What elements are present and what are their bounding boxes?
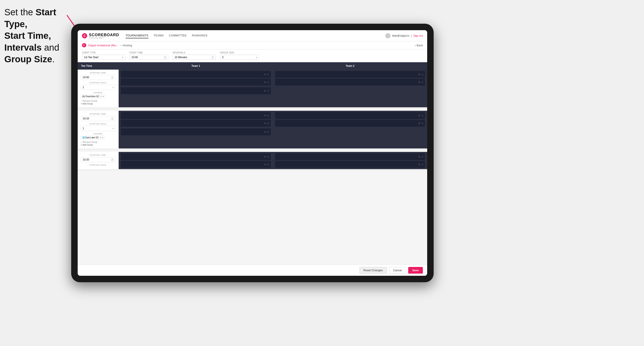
logo-icon: C	[82, 33, 87, 38]
nav-committee[interactable]: COMMITTEE	[169, 33, 187, 38]
group-size-select[interactable]: 3 ▾	[220, 55, 259, 60]
tournament-name[interactable]: Clippd Invitational (Ma...	[88, 44, 118, 47]
start-type-chevron: ▾	[122, 56, 123, 59]
group1-team2-row2-x[interactable]: ✕	[418, 81, 420, 83]
breadcrumb-separator: ›	[120, 44, 120, 47]
nav-separator: |	[411, 34, 412, 37]
group2-team2-row2-x[interactable]: ✕	[418, 122, 420, 125]
group2-team1-row1-x[interactable]: ✕	[264, 114, 266, 117]
group3-team1-row1-x[interactable]: ✕	[264, 156, 266, 158]
start-time-value: 10:00	[132, 56, 138, 59]
group2-time-input[interactable]: 10:10 🕐	[81, 116, 116, 121]
start-time-select[interactable]: 10:00 🕐	[130, 55, 168, 60]
group2-add-group[interactable]: + Add Group	[81, 144, 116, 146]
instruction-line4-bold: Group Size	[4, 54, 52, 64]
group-row-2: STARTING TIME: 10:10 🕐 STARTING HOLE: 1 …	[78, 111, 427, 150]
sub-header: C Clippd Invitational (Ma... › Hosting ‹…	[78, 41, 427, 49]
group1-hole-input[interactable]: 1 ▾	[81, 85, 116, 90]
nav-tournaments[interactable]: TOURNAMENTS	[126, 33, 148, 38]
group2-team2: ✕ ⬡ ✕ ⬡	[273, 111, 427, 149]
group1-team1-course-x[interactable]: ✕	[264, 90, 266, 92]
group1-remove-group[interactable]: ○ Remove Group	[81, 100, 116, 102]
group3-left: STARTING TIME: 10:20 🕐 STARTING HOLE:	[78, 152, 119, 169]
group2-team1-course-x[interactable]: ✕	[264, 131, 266, 133]
group1-course-remove-x[interactable]: ✕	[100, 95, 102, 98]
start-time-field: Start Time 10:00 🕐	[130, 51, 168, 60]
group1-team1-row1: ✕ ⬡	[121, 71, 271, 78]
group2-hole-input[interactable]: 1 ▾	[81, 126, 116, 131]
tablet-frame: C SCOREBOARD Powered by clipp.io TOURNAM…	[71, 24, 434, 282]
group2-team1-row2-x[interactable]: ✕	[264, 122, 266, 125]
avatar	[385, 33, 390, 38]
cancel-button[interactable]: Cancel	[389, 267, 406, 274]
user-email: blair@clippd.io	[392, 34, 409, 37]
start-type-label: Start Type	[82, 51, 125, 54]
save-button[interactable]: Save	[408, 267, 423, 274]
group1-team1: ✕ ⬡ ✕ ⬡ ✕ ⬡	[119, 70, 273, 107]
group3-team2-row1-x[interactable]: ✕	[418, 156, 420, 158]
group3-team2-row1: ✕ ⬡	[275, 153, 425, 160]
group2-course-label: COURSE:	[81, 133, 116, 135]
sign-out-link[interactable]: Sign out	[413, 34, 423, 37]
main-content: Tee Time Team 1 Team 2 STARTING TIME: 10…	[78, 62, 427, 265]
group2-left: STARTING TIME: 10:10 🕐 STARTING HOLE: 1 …	[78, 111, 119, 149]
intervals-select[interactable]: 10 Minutes 🕐	[172, 55, 216, 60]
group1-time-label: STARTING TIME:	[81, 72, 116, 74]
group2-remove-group[interactable]: ○ Remove Group	[81, 141, 116, 144]
instruction-text: Set the Start Type, Start Time, Interval…	[4, 6, 73, 65]
footer: Reset Changes Cancel Save	[78, 265, 427, 276]
group3-hole-label: STARTING HOLE:	[81, 164, 116, 166]
group3-team1: ✕ ⬡ ✕ ⬡	[119, 152, 273, 169]
group1-time-input[interactable]: 10:00 🕐	[81, 75, 116, 80]
group2-team1-course-row: ✕ ⬡	[121, 128, 271, 135]
group1-team2-row1-x[interactable]: ✕	[418, 73, 420, 76]
col-team1: Team 1	[119, 62, 273, 70]
nav-teams[interactable]: TEAMS	[154, 33, 164, 38]
group3-team2-row2-x[interactable]: ✕	[418, 163, 420, 166]
group2-team2-row1-x[interactable]: ✕	[418, 114, 420, 117]
group1-team2-row2: ✕ ⬡	[275, 79, 425, 86]
group-row-3: STARTING TIME: 10:20 🕐 STARTING HOLE: ✕ …	[78, 152, 427, 171]
hosting-label: Hosting	[122, 44, 132, 47]
group-size-label: Group Size	[220, 51, 259, 54]
group2-team1-row2: ✕ ⬡	[121, 120, 271, 127]
reset-changes-button[interactable]: Reset Changes	[360, 267, 387, 274]
breadcrumb: C Clippd Invitational (Ma... › Hosting	[82, 43, 132, 47]
nav-rankings[interactable]: RANKINGS	[192, 33, 207, 38]
col-tee-time: Tee Time	[78, 62, 119, 70]
group1-team2-row1: ✕ ⬡	[275, 71, 425, 78]
back-button[interactable]: ‹ Back	[415, 44, 423, 47]
group3-time-input[interactable]: 10:20 🕐	[81, 157, 116, 162]
group2-team1: ✕ ⬡ ✕ ⬡ ✕ ⬡	[119, 111, 273, 149]
tablet-screen: C SCOREBOARD Powered by clipp.io TOURNAM…	[78, 30, 427, 276]
group2-course-remove-x[interactable]: ✕	[100, 136, 102, 139]
instruction-line4-plain: .	[52, 54, 55, 64]
group1-team2: ✕ ⬡ ✕ ⬡	[273, 70, 427, 107]
group3-team2: ✕ ⬡ ✕ ⬡	[273, 152, 427, 169]
start-type-field: Start Type 1st Tee Start ▾	[82, 51, 125, 60]
group3-team2-row2: ✕ ⬡	[275, 161, 425, 168]
group-row-1: STARTING TIME: 10:00 🕐 STARTING HOLE: 1 …	[78, 70, 427, 109]
navbar: C SCOREBOARD Powered by clipp.io TOURNAM…	[78, 30, 427, 41]
intervals-value: 10 Minutes	[174, 56, 187, 59]
group-size-value: 3	[222, 56, 224, 59]
group1-course-label: COURSE:	[81, 92, 116, 94]
instruction-line3-bold: Intervals	[4, 42, 42, 53]
settings-bar: Start Type 1st Tee Start ▾ Start Time 10…	[78, 49, 427, 62]
group1-add-group[interactable]: + Add Group	[81, 102, 116, 105]
group1-team1-row2-x[interactable]: ✕	[264, 81, 266, 83]
group1-left: STARTING TIME: 10:00 🕐 STARTING HOLE: 1 …	[78, 70, 119, 107]
group2-team2-row1: ✕ ⬡	[275, 112, 425, 119]
group1-team1-course-row: ✕ ⬡	[121, 87, 271, 94]
group1-hole-label: STARTING HOLE:	[81, 82, 116, 84]
start-time-label: Start Time	[130, 51, 168, 54]
instruction-line1: Set the Start Type,	[4, 7, 56, 29]
group1-team1-row1-x[interactable]: ✕	[264, 73, 266, 76]
logo: C SCOREBOARD Powered by clipp.io	[82, 33, 119, 39]
group2-hole-label: STARTING HOLE:	[81, 123, 116, 125]
table-header: Tee Time Team 1 Team 2	[78, 62, 427, 70]
intervals-chevron: 🕐	[211, 56, 214, 59]
group3-team1-row2-x[interactable]: ✕	[264, 163, 266, 166]
start-type-select[interactable]: 1st Tee Start ▾	[82, 55, 125, 60]
nav-items: TOURNAMENTS TEAMS COMMITTEE RANKINGS	[126, 33, 385, 38]
